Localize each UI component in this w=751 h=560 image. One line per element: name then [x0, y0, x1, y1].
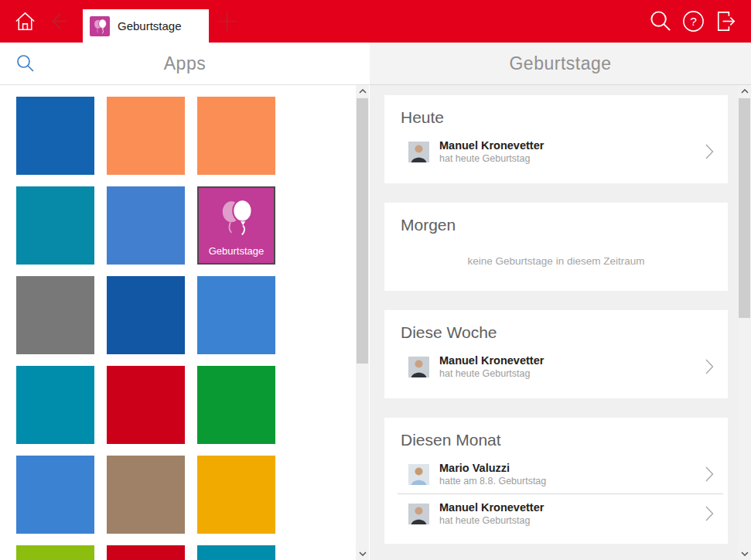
app-tile[interactable] [16, 456, 94, 534]
chevron-right-icon [705, 505, 714, 522]
birthday-entry[interactable]: Manuel Kronevetter hat heute Geburtstag [398, 493, 723, 533]
chevron-down-icon[interactable] [738, 548, 751, 560]
app-tile[interactable] [107, 366, 185, 444]
right-scrollbar[interactable] [738, 85, 751, 560]
tab-geburtstage[interactable]: Geburtstage [83, 9, 209, 43]
section-card: Morgenkeine Geburtstage in diesem Zeitra… [384, 203, 728, 291]
entry-text: Manuel Kronevetter hat heute Geburtstag [439, 501, 544, 526]
search-icon[interactable] [648, 9, 674, 34]
section-title: Diese Woche [401, 323, 728, 342]
app-tile[interactable] [107, 97, 185, 175]
entry-name: Manuel Kronevetter [439, 139, 544, 152]
empty-message: keine Geburtstage in diesem Zeitraum [384, 255, 728, 267]
app-tile[interactable] [107, 186, 185, 265]
birthday-entry[interactable]: Mario Valuzzi hatte am 8.8. Geburtstag [398, 455, 723, 493]
section-card: Diese Woche Manuel Kronevetter hat heute… [384, 310, 728, 398]
chevron-up-icon[interactable] [356, 85, 369, 97]
avatar [408, 504, 429, 524]
topbar-right-icons: ? [648, 9, 739, 34]
home-icon[interactable] [12, 9, 38, 34]
help-icon[interactable]: ? [681, 9, 706, 34]
app-tile[interactable] [16, 366, 94, 444]
svg-text:?: ? [690, 15, 697, 28]
entry-name: Mario Valuzzi [439, 462, 546, 474]
add-tab-icon[interactable] [214, 9, 240, 34]
birthday-sections: Heute Manuel Kronevetter hat heute Gebur… [384, 95, 728, 544]
back-arrow-icon[interactable] [46, 9, 71, 34]
entry-text: Manuel Kronevetter hat heute Geburtstag [439, 354, 544, 379]
entry-list: Manuel Kronevetter hat heute Geburtstag [398, 132, 723, 171]
section-title: Morgen [401, 216, 728, 234]
balloons-icon [90, 16, 110, 36]
entry-detail: hat heute Geburtstag [439, 515, 544, 526]
app-tile[interactable] [16, 186, 94, 265]
avatar [408, 142, 429, 162]
section-card: Diesen Monat Mario Valuzzi hatte am 8.8.… [384, 418, 728, 544]
app-tile[interactable] [197, 545, 275, 560]
avatar [408, 464, 429, 485]
right-scrollbar-thumb[interactable] [739, 98, 750, 318]
tile-label: Geburtstage [199, 245, 274, 257]
topbar: Geburtstage ? [0, 0, 751, 43]
birthday-entry[interactable]: Manuel Kronevetter hat heute Geburtstag [398, 347, 723, 386]
chevron-up-icon[interactable] [738, 85, 751, 97]
chevron-down-icon[interactable] [356, 548, 369, 560]
app-tile[interactable] [197, 276, 275, 354]
tab-label: Geburtstage [118, 19, 182, 32]
apps-panel: Apps Geburtstage [0, 43, 370, 560]
left-scrollbar[interactable] [356, 85, 369, 560]
entry-list: Mario Valuzzi hatte am 8.8. Geburtstag M… [398, 455, 723, 533]
birthdays-panel: Geburtstage Heute Manuel Kronevetter hat… [370, 43, 751, 560]
birthdays-title: Geburtstage [509, 53, 611, 74]
logout-icon[interactable] [713, 9, 739, 34]
entry-name: Manuel Kronevetter [439, 354, 544, 367]
chevron-right-icon [705, 466, 714, 483]
chevron-right-icon [705, 358, 714, 375]
apps-search-icon[interactable] [15, 53, 36, 73]
entry-detail: hatte am 8.8. Geburtstag [439, 476, 546, 487]
section-title: Heute [401, 108, 728, 127]
app-tile-grid: Geburtstage [16, 97, 275, 560]
left-scrollbar-thumb[interactable] [357, 98, 368, 364]
app-tile[interactable] [107, 456, 185, 534]
app-tile[interactable] [16, 97, 94, 175]
section-title: Diesen Monat [401, 431, 728, 449]
entry-text: Mario Valuzzi hatte am 8.8. Geburtstag [439, 462, 546, 487]
birthday-entry[interactable]: Manuel Kronevetter hat heute Geburtstag [398, 132, 723, 171]
app-tile[interactable] [197, 366, 275, 444]
app-tile-geburtstage[interactable]: Geburtstage [197, 186, 275, 265]
birthdays-header: Geburtstage [370, 43, 751, 85]
app-tile[interactable] [16, 545, 94, 560]
section-card: Heute Manuel Kronevetter hat heute Gebur… [384, 95, 728, 183]
app-tile[interactable] [107, 276, 185, 354]
app-tile[interactable] [16, 276, 94, 354]
entry-name: Manuel Kronevetter [439, 501, 544, 514]
entry-detail: hat heute Geburtstag [439, 153, 544, 164]
apps-header: Apps [0, 43, 370, 85]
entry-detail: hat heute Geburtstag [439, 368, 544, 379]
app-tile[interactable] [107, 545, 185, 560]
apps-title: Apps [164, 53, 206, 74]
entry-list: Manuel Kronevetter hat heute Geburtstag [398, 347, 723, 386]
entry-text: Manuel Kronevetter hat heute Geburtstag [439, 139, 544, 164]
balloons-icon [219, 198, 254, 236]
avatar [408, 357, 429, 377]
app-tile[interactable] [197, 97, 275, 175]
app-tile[interactable] [197, 456, 275, 534]
chevron-right-icon [705, 143, 714, 160]
